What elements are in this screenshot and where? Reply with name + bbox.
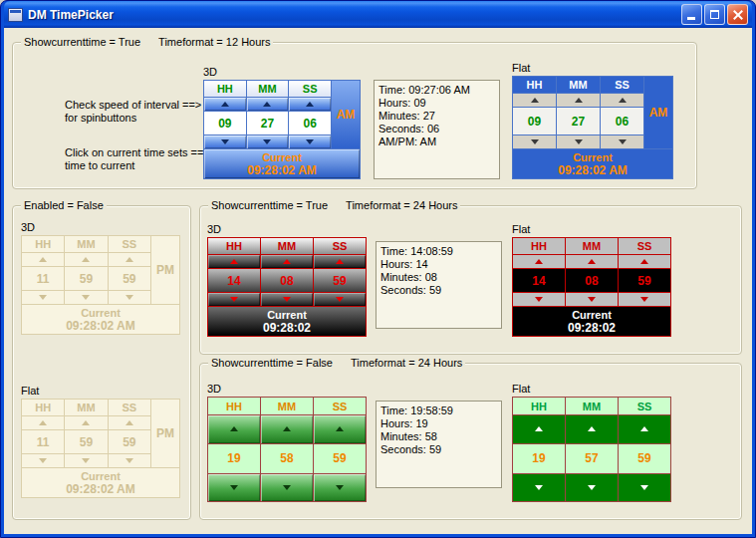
current-time-button[interactable]: Current 09:28:02 AM (513, 149, 672, 178)
style-label-flat: Flat (512, 223, 530, 235)
seconds-up-button[interactable] (619, 415, 670, 443)
minutes-up-button[interactable] (566, 255, 618, 268)
timepicker-12h-3d: AM HH MM SS 09 27 06 Current 09:28:02 AM (203, 80, 361, 179)
down-arrow-icon (221, 139, 229, 144)
up-arrow-icon (126, 257, 133, 262)
down-arrow-icon (126, 295, 133, 300)
seconds-down-button[interactable] (601, 135, 643, 148)
hours-up-button[interactable] (513, 255, 565, 268)
hours-value: 09 (513, 108, 556, 134)
seconds-up-button[interactable] (314, 415, 366, 443)
minutes-down-button[interactable] (261, 293, 313, 306)
minutes-up-button (65, 253, 107, 266)
hours-value: 09 (204, 112, 246, 134)
down-arrow-icon (263, 139, 271, 144)
app-window: DM TimePicker Showcurrenttime = TrueTime… (0, 0, 756, 538)
time-display-panel: Time: 19:58:59 Hours: 19 Minutes: 58 Sec… (376, 401, 502, 488)
timepicker-24h-3d: HH MM SS 14 08 59 Current 09:28:02 (207, 237, 367, 337)
hours-up-button (22, 416, 64, 429)
legend-showcurrenttime: Showcurrenttime = True (24, 36, 140, 48)
group-nocurrent: Showcurrenttime = FalseTimeformat = 24 H… (199, 363, 742, 520)
maximize-button[interactable] (704, 4, 725, 25)
minutes-up-button[interactable] (566, 415, 618, 443)
seconds-up-button[interactable] (619, 255, 670, 268)
down-arrow-icon (588, 485, 596, 490)
group-12h-legend: Showcurrenttime = TrueTimeformat = 12 Ho… (21, 36, 273, 48)
down-arrow-icon (619, 139, 627, 144)
current-time-button[interactable]: Current 09:28:02 (513, 307, 670, 336)
hours-down-button[interactable] (208, 474, 260, 502)
style-label-flat: Flat (512, 62, 530, 74)
seconds-up-button[interactable] (314, 255, 366, 268)
seconds-down-button[interactable] (289, 135, 331, 148)
seconds-down-button[interactable] (314, 474, 366, 502)
up-arrow-icon (535, 426, 543, 431)
up-arrow-icon (575, 98, 583, 103)
seconds-up-button[interactable] (601, 94, 643, 107)
hours-up-button[interactable] (204, 98, 246, 111)
minutes-down-button[interactable] (261, 474, 313, 502)
minutes-down-button[interactable] (566, 293, 618, 306)
seconds-header: SS (619, 238, 670, 254)
current-time-value: 09:28:02 AM (66, 483, 135, 496)
minutes-down-button[interactable] (557, 135, 600, 148)
seconds-value: 59 (314, 269, 366, 292)
panel-line: Minutes: 27 (378, 110, 495, 123)
current-time-button[interactable]: Current 09:28:02 AM (204, 149, 360, 178)
hours-value: 14 (208, 269, 260, 292)
seconds-down-button[interactable] (619, 293, 670, 306)
minutes-header: MM (247, 81, 289, 97)
seconds-value: 59 (619, 269, 670, 292)
down-arrow-icon (126, 458, 133, 463)
hours-up-button[interactable] (208, 255, 260, 268)
ampm-label: AM (644, 77, 672, 148)
minimize-button[interactable] (681, 4, 702, 25)
up-arrow-icon (221, 102, 229, 107)
hours-up-button[interactable] (513, 94, 556, 107)
legend-timeformat: Timeformat = 24 Hours (351, 357, 462, 369)
seconds-up-button (109, 253, 150, 266)
timepicker-disabled-flat: PM HH MM SS 11 59 59 Current 09:28:02 AM (21, 399, 180, 498)
seconds-header: SS (619, 398, 670, 414)
hours-down-button[interactable] (513, 293, 565, 306)
hours-down-button[interactable] (513, 135, 556, 148)
minutes-up-button[interactable] (557, 94, 600, 107)
current-time-button[interactable]: Current 09:28:02 (208, 307, 366, 336)
timepicker-disabled-3d: PM HH MM SS 11 59 59 Current 09:28:02 AM (21, 235, 180, 335)
minutes-up-button[interactable] (261, 255, 313, 268)
group-12h: Showcurrenttime = TrueTimeformat = 12 Ho… (12, 42, 697, 189)
up-arrow-icon (39, 420, 47, 425)
hours-up-button[interactable] (513, 415, 565, 443)
minutes-header: MM (557, 77, 600, 93)
current-label: Current (81, 307, 121, 320)
down-arrow-icon (588, 297, 596, 302)
minutes-down-button[interactable] (247, 135, 289, 148)
up-arrow-icon (263, 102, 271, 107)
hours-down-button[interactable] (513, 474, 565, 502)
up-arrow-icon (82, 420, 90, 425)
seconds-value: 59 (314, 444, 366, 473)
hours-down-button[interactable] (204, 135, 246, 148)
title-bar[interactable]: DM TimePicker (4, 1, 752, 28)
seconds-down-button[interactable] (619, 474, 670, 502)
up-arrow-icon (126, 420, 133, 425)
minutes-header: MM (261, 238, 313, 254)
minutes-down-button[interactable] (566, 474, 618, 502)
up-arrow-icon (306, 102, 314, 107)
minutes-value: 59 (65, 267, 107, 290)
minutes-down-button (65, 454, 107, 467)
seconds-down-button[interactable] (314, 293, 366, 306)
hours-up-button[interactable] (208, 415, 260, 443)
close-button[interactable] (727, 4, 748, 25)
seconds-down-button (109, 291, 150, 304)
seconds-up-button[interactable] (289, 98, 331, 111)
up-arrow-icon (39, 257, 47, 262)
minutes-up-button[interactable] (261, 415, 313, 443)
minutes-up-button[interactable] (247, 98, 289, 111)
panel-line: Seconds: 59 (380, 284, 497, 297)
hours-value: 14 (513, 269, 565, 292)
hours-down-button[interactable] (208, 293, 260, 306)
minimize-icon (687, 17, 695, 20)
down-arrow-icon (535, 297, 543, 302)
minutes-value: 59 (65, 430, 107, 453)
